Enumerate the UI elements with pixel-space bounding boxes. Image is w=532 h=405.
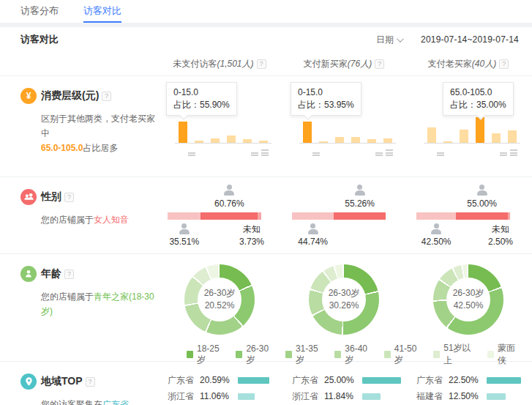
age-donut-chart[interactable]: 26-30岁20.52% (157, 254, 282, 335)
bar[interactable] (443, 141, 452, 143)
region-row: 浙江省11.84% (282, 388, 406, 404)
section-consumption-level: ¥ 消费层级(元) ? 区别于其他两类，支付老买家中 65.0-105.0占比居… (0, 75, 532, 177)
coin-stack-icon (251, 152, 258, 157)
help-icon[interactable]: ? (499, 59, 509, 69)
help-icon[interactable]: ? (102, 92, 111, 101)
help-icon[interactable]: ? (64, 270, 74, 279)
donut-center-label: 26-30岁 (204, 287, 236, 300)
bar-slot (440, 141, 456, 143)
gender-stacked-bar[interactable] (168, 212, 261, 220)
section-description: 您的访客聚集在广东省 (41, 397, 157, 405)
help-icon[interactable]: ? (86, 377, 95, 387)
bar[interactable] (383, 138, 392, 143)
bar[interactable] (367, 139, 376, 143)
bar-slot (488, 133, 504, 143)
bar-slot (380, 138, 396, 143)
bar[interactable] (259, 141, 268, 143)
bar-slot (348, 137, 364, 143)
bar[interactable] (303, 122, 312, 143)
donut-center-value: 20.52% (205, 300, 235, 312)
bar[interactable] (319, 141, 328, 143)
desc-highlight: 65.0-105.0 (41, 143, 83, 153)
bar-segment[interactable] (508, 212, 510, 220)
section-title: 性别 (41, 190, 61, 204)
gender-chart[interactable]: 60.76%35.51%未知3.73% (168, 183, 261, 250)
tooltip-range: 0-15.0 (298, 86, 354, 99)
female-icon (223, 185, 235, 196)
bar[interactable] (351, 137, 360, 143)
age-donut-chart[interactable]: 26-30岁42.50% (406, 254, 531, 335)
consumption-bar-chart[interactable]: 0-15.0占比：53.95% (289, 81, 399, 163)
desc-text: 您的店铺属于 (41, 291, 94, 302)
donut-ring[interactable]: 26-30岁30.26% (309, 264, 379, 335)
bar-segment[interactable] (168, 212, 201, 220)
help-icon[interactable]: ? (375, 59, 384, 69)
male-percent: 44.74% (290, 237, 337, 247)
region-list: 广东省25.00%浙江省11.84% (282, 362, 406, 405)
column-header-new-buyers: 支付新买家(76人)? (282, 58, 406, 70)
consumption-bar-chart[interactable]: 65.0-105.0占比：35.00% (413, 81, 523, 163)
gender-stacked-bar[interactable] (416, 212, 510, 220)
bar[interactable] (179, 122, 187, 143)
gender-stacked-bar[interactable] (292, 212, 386, 220)
coin-stack-icon (510, 149, 517, 157)
bar[interactable] (335, 137, 344, 143)
bar-segment[interactable] (292, 212, 334, 220)
help-icon[interactable]: ? (257, 59, 266, 69)
donut-ring[interactable]: 26-30岁42.50% (433, 264, 503, 335)
bar-segment[interactable] (334, 212, 386, 220)
region-list: 广东省20.59%浙江省11.06% (157, 362, 282, 405)
bar[interactable] (243, 139, 252, 143)
help-icon[interactable]: ? (64, 193, 74, 202)
region-bar[interactable] (362, 377, 401, 384)
chevron-down-icon[interactable] (397, 35, 404, 42)
bar-segment[interactable] (258, 212, 261, 220)
bar-slot (472, 117, 488, 143)
female-percent: 55.26% (337, 198, 383, 209)
bar[interactable] (195, 141, 203, 143)
bar[interactable] (211, 138, 220, 143)
date-range-picker[interactable]: 2019-07-14~2019-07-14 (421, 34, 519, 45)
bar[interactable] (460, 130, 468, 143)
axis-icons (175, 148, 271, 158)
date-dropdown[interactable]: 日期 (376, 34, 394, 46)
region-bar[interactable] (487, 377, 521, 384)
female-icon (354, 185, 366, 196)
region-bar[interactable] (238, 393, 255, 400)
region-bar[interactable] (362, 393, 381, 400)
region-name: 福建省 (416, 390, 449, 403)
bar[interactable] (227, 135, 236, 143)
column-header-label: 支付新买家 (304, 59, 348, 69)
bar-segment[interactable] (456, 212, 507, 220)
tab-bar: 访客分布 访客对比 (0, 0, 532, 23)
region-row: 广东省25.00% (282, 372, 406, 388)
region-bar[interactable] (487, 393, 506, 400)
people-icon (20, 189, 37, 205)
bar[interactable] (492, 133, 501, 143)
bar[interactable] (508, 130, 517, 143)
region-row: 福建省12.50% (406, 388, 531, 404)
column-header-count: (1,501人) (217, 59, 253, 69)
map-pin-icon (20, 374, 37, 390)
tooltip-share: 占比：53.95% (298, 99, 354, 111)
tab-visitor-compare[interactable]: 访客对比 (83, 0, 121, 23)
bar[interactable] (427, 127, 436, 143)
donut-center-label: 26-30岁 (329, 287, 360, 300)
chart-tooltip: 65.0-105.0占比：35.00% (443, 82, 514, 116)
bar-segment[interactable] (416, 212, 456, 220)
male-icon (179, 223, 190, 234)
coin-stack-icon (500, 152, 507, 157)
bar-slot (175, 122, 191, 143)
donut-ring[interactable]: 26-30岁20.52% (184, 264, 255, 335)
age-donut-chart[interactable]: 26-30岁30.26% (282, 254, 406, 335)
section-description: 您的店铺属于青年之家(18-30岁) (41, 289, 157, 319)
bar[interactable] (476, 117, 484, 143)
region-bar[interactable] (238, 377, 269, 384)
tab-visitor-distribution[interactable]: 访客分布 (20, 0, 59, 23)
gender-chart[interactable]: 55.26%44.74% (292, 183, 386, 250)
gender-chart[interactable]: 55.00%42.50%未知2.50% (416, 183, 510, 250)
consumption-bar-chart[interactable]: 0-15.0占比：55.90% (165, 81, 274, 163)
bar-segment[interactable] (201, 212, 258, 220)
unknown-label: 未知 (233, 223, 270, 236)
coin-stack-icon (261, 149, 269, 157)
